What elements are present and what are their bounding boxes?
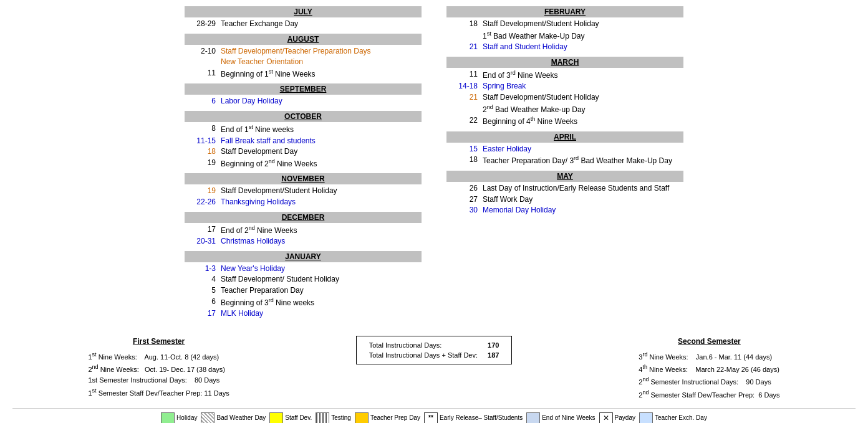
entry-aug-11: 11 Beginning of 1st Nine Weeks [185, 68, 422, 80]
month-february: FEBRUARY 18 Staff Development/Student Ho… [446, 6, 683, 53]
total-with-staffdev-row: Total Instructional Days + Staff Dev: 18… [364, 350, 504, 360]
legend-payday: ✕ Payday [599, 412, 635, 423]
month-january: JANUARY 1-3 New Year's Holiday 4 Staff D… [185, 251, 422, 320]
entry-mar-badweather2: 2nd Bad Weather Make-up Day [446, 103, 683, 116]
legend-box-testing [316, 412, 329, 423]
entry-dec-20-31: 20-31 Christmas Holidays [185, 236, 422, 247]
legend-bar: Holiday Bad Weather Day Staff Dev. Testi… [12, 408, 856, 423]
legend-box-teacherexch [639, 412, 653, 423]
second-sem-line1: 3rd Nine Weeks: Jan.6 - Mar. 11 (44 days… [639, 350, 779, 363]
month-header-november: NOVEMBER [185, 173, 422, 184]
entry-oct-11-15: 11-15 Fall Break staff and students [185, 136, 422, 147]
legend-staffdev: Staff Dev. [269, 412, 312, 423]
month-header-march: MARCH [446, 57, 683, 68]
legend-label-teacherexch: Teacher Exch. Day [655, 414, 707, 421]
legend-label-badweather: Bad Weather Day [216, 414, 266, 421]
month-header-september: SEPTEMBER [185, 83, 422, 95]
entry-feb-21: 21 Staff and Student Holiday [446, 42, 683, 53]
second-semester-summary: Second Semester 3rd Nine Weeks: Jan.6 - … [639, 336, 779, 401]
legend-label-holiday: Holiday [176, 414, 197, 421]
entry-oct-19: 19 Beginning of 2nd Nine Weeks [185, 158, 422, 170]
first-semester-summary: First Semester 1st Nine Weeks: Aug. 11-O… [88, 336, 229, 399]
legend-badweather: Bad Weather Day [201, 412, 266, 423]
entry-aug-new-teacher: New Teacher Orientation [185, 57, 422, 68]
legend-label-earlyrelease: Early Release– Staff/Students [440, 414, 523, 421]
month-may: MAY 26 Last Day of Instruction/Early Rel… [446, 171, 683, 216]
first-sem-line2: 2nd Nine Weeks: Oct. 19- Dec. 17 (38 day… [88, 363, 229, 375]
entry-feb-18: 18 Staff Development/Student Holiday [446, 19, 683, 30]
legend-earlyrelease: ** Early Release– Staff/Students [424, 412, 523, 423]
legend-box-earlyrelease: ** [424, 412, 438, 423]
main-content: JULY 28-29 Teacher Exchange Day AUGUST 2… [12, 6, 856, 323]
month-july: JULY 28-29 Teacher Exchange Day [185, 6, 422, 30]
month-april: APRIL 15 Easter Holiday 18 Teacher Prepa… [446, 131, 683, 167]
entry-feb-badweather: 1st Bad Weather Make-Up Day [446, 30, 683, 42]
entry-jan-17: 17 MLK Holiday [185, 308, 422, 320]
legend-box-badweather [201, 412, 215, 423]
legend-endnineweeks: End of Nine Weeks [526, 412, 595, 423]
month-header-january: JANUARY [185, 251, 422, 262]
month-header-august: AUGUST [185, 34, 422, 45]
entry-july-28-29: 28-29 Teacher Exchange Day [185, 19, 422, 30]
legend-box-endnineweeks [526, 412, 540, 423]
month-december: DECEMBER 17 End of 2nd Nine Weeks 20-31 … [185, 212, 422, 247]
second-sem-line2: 4th Nine Weeks: March 22-May 26 (46 days… [639, 363, 779, 375]
entry-mar-11: 11 End of 3rd Nine Weeks [446, 69, 683, 82]
entry-may-27: 27 Staff Work Day [446, 194, 683, 206]
entry-mar-14-18: 14-18 Spring Break [446, 81, 683, 92]
total-instructional-row: Total Instructional Days: 170 [364, 340, 504, 350]
month-october: OCTOBER 8 End of 1st Nine weeks 11-15 Fa… [185, 111, 422, 169]
legend-box-holiday [161, 412, 175, 423]
first-semester-title: First Semester [88, 336, 229, 348]
entry-jan-6: 6 Beginning of 3rd Nine weeks [185, 297, 422, 309]
entry-apr-18: 18 Teacher Preparation Day/ 3rd Bad Weat… [446, 154, 683, 167]
legend-label-endnineweeks: End of Nine Weeks [542, 414, 595, 421]
first-sem-line4: 1st Semester Staff Dev/Teacher Prep: 11 … [88, 386, 229, 399]
entry-mar-21: 21 Staff Development/Student Holiday [446, 92, 683, 103]
entry-jan-5: 5 Teacher Preparation Day [185, 285, 422, 297]
month-header-april: APRIL [446, 131, 683, 143]
entry-sep-6: 6 Labor Day Holiday [185, 96, 422, 107]
entry-apr-15: 15 Easter Holiday [446, 144, 683, 155]
legend-teacherexch: Teacher Exch. Day [639, 412, 707, 423]
second-sem-line3: 2nd Semester Instructional Days: 90 Days [639, 375, 779, 387]
legend-holiday: Holiday [161, 412, 197, 423]
month-header-february: FEBRUARY [446, 6, 683, 17]
legend-box-teacherprep [355, 412, 369, 423]
month-header-may: MAY [446, 171, 683, 182]
second-sem-line4: 2nd Semester Staff Dev/Teacher Prep: 6 D… [639, 388, 779, 401]
month-header-october: OCTOBER [185, 111, 422, 122]
entry-aug-2-10: 2-10 Staff Development/Teacher Preparati… [185, 46, 422, 57]
month-september: SEPTEMBER 6 Labor Day Holiday [185, 83, 422, 107]
month-header-december: DECEMBER [185, 212, 422, 223]
totals-box: Total Instructional Days: 170 Total Inst… [356, 336, 513, 364]
entry-nov-19: 19 Staff Development/Student Holiday [185, 186, 422, 197]
legend-testing: Testing [316, 412, 351, 423]
legend-label-staffdev: Staff Dev. [285, 414, 312, 421]
second-semester-title: Second Semester [639, 336, 779, 348]
legend-label-teacherprep: Teacher Prep Day [370, 414, 420, 421]
month-header-july: JULY [185, 6, 422, 17]
right-column: FEBRUARY 18 Staff Development/Student Ho… [446, 6, 683, 323]
legend-label-payday: Payday [615, 414, 635, 421]
entry-jan-1-3: 1-3 New Year's Holiday [185, 264, 422, 275]
summary-section: First Semester 1st Nine Weeks: Aug. 11-O… [12, 336, 856, 401]
entry-may-30: 30 Memorial Day Holiday [446, 205, 683, 216]
entry-oct-8: 8 End of 1st Nine weeks [185, 123, 422, 136]
left-column: JULY 28-29 Teacher Exchange Day AUGUST 2… [185, 6, 422, 323]
legend-box-payday: ✕ [599, 412, 613, 423]
legend-teacherprep: Teacher Prep Day [355, 412, 420, 423]
month-november: NOVEMBER 19 Staff Development/Student Ho… [185, 173, 422, 207]
entry-may-26: 26 Last Day of Instruction/Early Release… [446, 183, 683, 194]
legend-box-staffdev [269, 412, 283, 423]
entry-jan-4: 4 Staff Development/ Student Holiday [185, 274, 422, 285]
entry-oct-18: 18 Staff Development Day [185, 146, 422, 158]
entry-dec-17: 17 End of 2nd Nine Weeks [185, 224, 422, 237]
entry-mar-22: 22 Beginning of 4th Nine Weeks [446, 115, 683, 128]
legend-label-testing: Testing [331, 414, 351, 421]
first-sem-line1: 1st Nine Weeks: Aug. 11-Oct. 8 (42 days) [88, 350, 229, 363]
month-august: AUGUST 2-10 Staff Development/Teacher Pr… [185, 34, 422, 80]
first-sem-line3: 1st Semester Instructional Days: 80 Days [88, 375, 229, 386]
entry-nov-22-26: 22-26 Thanksgiving Holidays [185, 197, 422, 208]
month-march: MARCH 11 End of 3rd Nine Weeks 14-18 Spr… [446, 57, 683, 128]
